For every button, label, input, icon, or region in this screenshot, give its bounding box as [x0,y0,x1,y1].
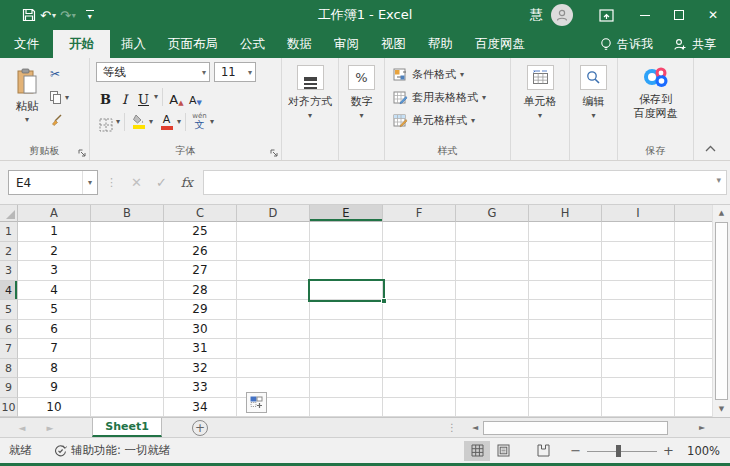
cell-D3[interactable] [237,261,310,281]
redo-button[interactable]: ↷▾ [60,8,76,23]
cell-B6[interactable] [91,320,164,340]
sheet-tab-sheet1[interactable]: Sheet1 [92,418,162,437]
cell-B2[interactable] [91,242,164,262]
cell-C9[interactable]: 33 [164,378,237,398]
tab-splitter-icon[interactable]: ⋮ [447,422,457,433]
cell-I5[interactable] [602,300,675,320]
cell-C8[interactable]: 32 [164,359,237,379]
page-break-preview-button[interactable] [530,441,556,461]
cell-A9[interactable]: 9 [18,378,91,398]
scroll-right-icon[interactable]: ► [694,423,710,432]
cell-H7[interactable] [529,339,602,359]
enter-icon[interactable]: ✓ [156,175,167,190]
cell-D2[interactable] [237,242,310,262]
row-header-6[interactable]: 6 [0,320,18,340]
cell-G5[interactable] [456,300,529,320]
cell-F7[interactable] [383,339,456,359]
column-header-A[interactable]: A [18,205,91,222]
cell-C5[interactable]: 29 [164,300,237,320]
zoom-in-button[interactable]: + [663,443,674,458]
cell-B1[interactable] [91,222,164,242]
cell-H5[interactable] [529,300,602,320]
cell-I6[interactable] [602,320,675,340]
underline-dropdown-icon[interactable]: ▾ [154,92,158,101]
cell-C2[interactable]: 26 [164,242,237,262]
zoom-level[interactable]: 100% [682,444,720,458]
tell-me-box[interactable]: 告诉我 [590,30,663,58]
formula-bar-separator[interactable]: ⋮ [106,176,117,189]
cell-E2[interactable] [310,242,383,262]
new-sheet-button[interactable]: + [192,420,208,436]
row-header-5[interactable]: 5 [0,300,18,320]
cell-A6[interactable]: 6 [18,320,91,340]
paste-button[interactable]: 粘贴 ▾ [6,62,48,144]
column-header-F[interactable]: F [383,205,456,222]
cell-C7[interactable]: 31 [164,339,237,359]
cell-H1[interactable] [529,222,602,242]
cell-F10[interactable] [383,398,456,418]
font-size-combo[interactable]: 11 ▾ [214,62,256,82]
row-header-9[interactable]: 9 [0,378,18,398]
column-header-B[interactable]: B [91,205,164,222]
cell-B3[interactable] [91,261,164,281]
alignment-group-button[interactable]: 对齐方式 ▾ [282,58,339,160]
cell-E1[interactable] [310,222,383,242]
tab-view[interactable]: 视图 [370,30,417,58]
tab-formulas[interactable]: 公式 [229,30,276,58]
normal-view-button[interactable] [464,441,490,461]
select-all-button[interactable] [0,205,18,222]
row-header-8[interactable]: 8 [0,359,18,379]
cell-A10[interactable]: 10 [18,398,91,418]
tab-home[interactable]: 开始 [53,30,110,58]
cell-G2[interactable] [456,242,529,262]
underline-button[interactable]: U [134,86,153,107]
clipboard-dialog-launcher[interactable] [78,149,86,157]
scroll-down-icon[interactable]: ▼ [713,401,730,417]
cell-A1[interactable]: 1 [18,222,91,242]
cell-E7[interactable] [310,339,383,359]
cell-D1[interactable] [237,222,310,242]
font-name-dropdown-icon[interactable]: ▾ [202,68,206,77]
cell-A3[interactable]: 3 [18,261,91,281]
number-group-button[interactable]: % 数字 ▾ [339,58,385,160]
cell-A7[interactable]: 7 [18,339,91,359]
paste-dropdown-icon[interactable]: ▾ [25,115,29,124]
copy-dropdown-icon[interactable]: ▾ [65,93,69,102]
cell-F9[interactable] [383,378,456,398]
minimize-button[interactable] [628,0,662,30]
redo-dropdown-icon[interactable]: ▾ [72,11,76,20]
cell-G8[interactable] [456,359,529,379]
cell-I4[interactable] [602,281,675,301]
font-color-button[interactable]: A [157,111,176,132]
row-header-3[interactable]: 3 [0,261,18,281]
cell-C4[interactable]: 28 [164,281,237,301]
borders-dropdown-icon[interactable]: ▾ [116,117,120,126]
cell-E5[interactable] [310,300,383,320]
cell-D5[interactable] [237,300,310,320]
cell-B9[interactable] [91,378,164,398]
cell-E9[interactable] [310,378,383,398]
cell-I1[interactable] [602,222,675,242]
tab-review[interactable]: 审阅 [323,30,370,58]
zoom-slider[interactable] [587,445,657,457]
cell-I7[interactable] [602,339,675,359]
fill-color-button[interactable] [129,111,148,132]
cell-G3[interactable] [456,261,529,281]
cell-F6[interactable] [383,320,456,340]
cell-C3[interactable]: 27 [164,261,237,281]
tab-page-layout[interactable]: 页面布局 [157,30,229,58]
cell-C1[interactable]: 25 [164,222,237,242]
fill-color-dropdown-icon[interactable]: ▾ [149,117,153,126]
cell-H4[interactable] [529,281,602,301]
font-dialog-launcher[interactable] [270,149,278,157]
cell-I10[interactable] [602,398,675,418]
cell-A4[interactable]: 4 [18,281,91,301]
formula-input[interactable]: ▾ [203,170,727,195]
name-box-dropdown-icon[interactable]: ▾ [82,171,97,194]
cell-H10[interactable] [529,398,602,418]
cell-A2[interactable]: 2 [18,242,91,262]
cell-G10[interactable] [456,398,529,418]
cell-D6[interactable] [237,320,310,340]
cell-I2[interactable] [602,242,675,262]
save-to-baidu-button[interactable]: 保存到百度网盘 [634,65,678,122]
